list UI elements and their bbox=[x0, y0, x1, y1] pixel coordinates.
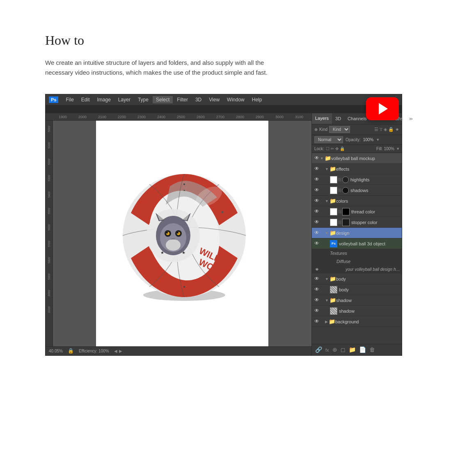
collapse-arrow[interactable]: ▼ bbox=[325, 199, 329, 203]
layers-bottom-bar: 🔗 fx ⊕ ◻ 📁 📄 🗑 bbox=[312, 344, 402, 355]
canvas-area: 1900 2000 2100 2200 2300 2400 2500 2600 … bbox=[46, 113, 311, 355]
layer-name: body bbox=[336, 277, 346, 281]
menu-layer[interactable]: Layer bbox=[115, 96, 134, 103]
eye-icon[interactable]: 👁 bbox=[314, 308, 320, 314]
eye-icon[interactable]: 👁 bbox=[314, 286, 320, 293]
layer-item: Diffuse bbox=[312, 257, 402, 265]
collapse-arrow[interactable]: ▼ bbox=[320, 156, 324, 160]
lock-icon-check[interactable]: ☐ bbox=[326, 146, 330, 151]
eye-icon[interactable]: 👁 bbox=[314, 219, 320, 226]
layer-mask bbox=[342, 187, 349, 194]
eye-icon[interactable]: 👁 bbox=[314, 230, 320, 236]
menu-filter[interactable]: Filter bbox=[174, 96, 191, 103]
layer-item[interactable]: 👁 body bbox=[312, 284, 402, 295]
eye-icon[interactable]: 👁 bbox=[314, 176, 320, 183]
layer-item[interactable]: 👁 ⛓ shadows bbox=[312, 185, 402, 196]
lock-icon-brush[interactable]: ✏ bbox=[331, 146, 334, 151]
collapse-arrow[interactable]: ▼ bbox=[325, 231, 329, 235]
layer-item[interactable]: 👁 ⛓ thread color bbox=[312, 206, 402, 217]
menu-edit[interactable]: Edit bbox=[78, 96, 93, 103]
filter-icon-lock[interactable]: 🔒 bbox=[388, 127, 394, 132]
kind-dropdown[interactable]: Kind bbox=[329, 126, 350, 133]
ruler-mark: 2400 bbox=[151, 115, 171, 119]
layer-item[interactable]: 👁 ▼ 📁 body bbox=[312, 274, 402, 284]
link-icon[interactable]: 🔗 bbox=[315, 346, 322, 353]
menu-select[interactable]: Select bbox=[153, 96, 173, 103]
tab-layers[interactable]: Layers bbox=[312, 113, 332, 124]
ruler-mark: 2800 bbox=[230, 115, 250, 119]
layer-item[interactable]: 👁 ▼ 📁 shadow bbox=[312, 295, 402, 306]
layer-thumb bbox=[330, 176, 337, 183]
svg-text:TEAM: TEAM bbox=[162, 277, 178, 284]
layer-item[interactable]: 👁 ▼ 📁 effects bbox=[312, 164, 402, 174]
fill-arrow[interactable]: ▾ bbox=[397, 146, 399, 151]
eye-icon[interactable]: 👁 bbox=[314, 198, 320, 204]
filter-icon-1[interactable]: ☰ bbox=[374, 127, 378, 132]
layer-item-design[interactable]: 👁 ▼ 📁 design bbox=[312, 228, 402, 238]
filter-icon-star[interactable]: ★ bbox=[395, 127, 399, 132]
layer-item[interactable]: 👁 Ps volleyball ball 3d object bbox=[312, 238, 402, 249]
eye-icon[interactable]: 👁 bbox=[314, 240, 320, 247]
volleyball-image: ★ ★ WILD WOLF TEAM bbox=[112, 164, 252, 303]
fx-icon[interactable]: fx bbox=[325, 348, 329, 352]
folder-icon: 📁 bbox=[329, 318, 335, 325]
eye-icon[interactable]: 👁 bbox=[314, 208, 320, 215]
eye-icon[interactable]: 👁 bbox=[314, 318, 320, 325]
blend-mode-dropdown[interactable]: Normal bbox=[314, 136, 343, 143]
layer-item[interactable]: 👁 shadow bbox=[312, 306, 402, 316]
eye-icon[interactable]: 👁 bbox=[314, 266, 320, 273]
layer-item[interactable]: 👁 your volleyball ball design here bbox=[312, 265, 402, 274]
menu-bar: Ps File Edit Image Layer Type Select Fil… bbox=[46, 94, 402, 105]
ruler-v-mark: 5000 bbox=[48, 121, 50, 137]
filter-icon-adjust[interactable]: ◈ bbox=[384, 127, 387, 132]
layer-chain: ⛓ bbox=[338, 188, 342, 192]
ruler-left: 5000 5100 5200 5300 5400 5500 5600 5700 … bbox=[46, 121, 53, 346]
layer-item[interactable]: 👁 ▶ 📁 background bbox=[312, 316, 402, 327]
youtube-button[interactable] bbox=[366, 97, 399, 120]
new-layer-icon[interactable]: 📄 bbox=[359, 346, 366, 353]
ruler-mark: 2700 bbox=[211, 115, 230, 119]
title-bar: — □ ✕ bbox=[46, 105, 402, 113]
menu-help[interactable]: Help bbox=[249, 96, 265, 103]
menu-window[interactable]: Window bbox=[224, 96, 248, 103]
folder-icon-btn[interactable]: 📁 bbox=[349, 346, 356, 353]
tabs-more-icon[interactable]: ≫ bbox=[406, 115, 415, 123]
menu-3d[interactable]: 3D bbox=[192, 96, 205, 103]
layer-name: effects bbox=[336, 167, 349, 172]
tab-3d[interactable]: 3D bbox=[332, 114, 344, 124]
layer-item[interactable]: 👁 ⛓ stopper color bbox=[312, 217, 402, 228]
collapse-arrow[interactable]: ▶ bbox=[325, 320, 328, 324]
ruler-v-mark: 5900 bbox=[48, 268, 50, 285]
lock-icon-lock[interactable]: 🔒 bbox=[340, 146, 345, 151]
lock-icons: ☐ ✏ ✥ 🔒 bbox=[326, 146, 345, 151]
layer-item[interactable]: 👁 ▼ 📁 volleyball ball mockup bbox=[312, 153, 402, 164]
mask-icon[interactable]: ◻ bbox=[341, 346, 346, 353]
lock-icon-move[interactable]: ✥ bbox=[335, 146, 339, 151]
delete-icon[interactable]: 🗑 bbox=[369, 347, 375, 353]
status-icon: 🔒 bbox=[68, 348, 74, 354]
eye-icon[interactable]: 👁 bbox=[314, 276, 320, 282]
ruler-mark: 2000 bbox=[73, 115, 92, 119]
collapse-arrow[interactable]: ▼ bbox=[325, 298, 329, 302]
menu-type[interactable]: Type bbox=[135, 96, 152, 103]
menu-view[interactable]: View bbox=[206, 96, 223, 103]
layer-item[interactable]: 👁 ▼ 📁 colors bbox=[312, 196, 402, 206]
layer-item[interactable]: 👁 ⛓ highlights bbox=[312, 174, 402, 185]
filter-icon-t[interactable]: T bbox=[380, 127, 382, 132]
folder-icon: 📁 bbox=[325, 155, 331, 162]
collapse-arrow[interactable]: ▼ bbox=[325, 167, 329, 171]
eye-icon[interactable]: 👁 bbox=[314, 187, 320, 194]
scroll-arrows[interactable]: ◀ ▶ bbox=[114, 349, 122, 353]
eye-icon[interactable]: 👁 bbox=[314, 166, 320, 172]
ruler-v-mark: 5300 bbox=[48, 170, 50, 186]
menu-image[interactable]: Image bbox=[94, 96, 114, 103]
ps-canvas[interactable]: ★ ★ WILD WOLF TEAM bbox=[53, 121, 311, 346]
menu-file[interactable]: File bbox=[62, 96, 77, 103]
adjustment-icon[interactable]: ⊕ bbox=[332, 346, 337, 353]
ruler-mark: 2500 bbox=[171, 115, 191, 119]
eye-icon[interactable]: 👁 bbox=[314, 155, 320, 162]
collapse-arrow[interactable]: ▼ bbox=[325, 277, 329, 281]
opacity-arrow[interactable]: ▾ bbox=[377, 137, 379, 142]
eye-icon[interactable]: 👁 bbox=[314, 297, 320, 304]
ruler-mark: 2900 bbox=[250, 115, 270, 119]
